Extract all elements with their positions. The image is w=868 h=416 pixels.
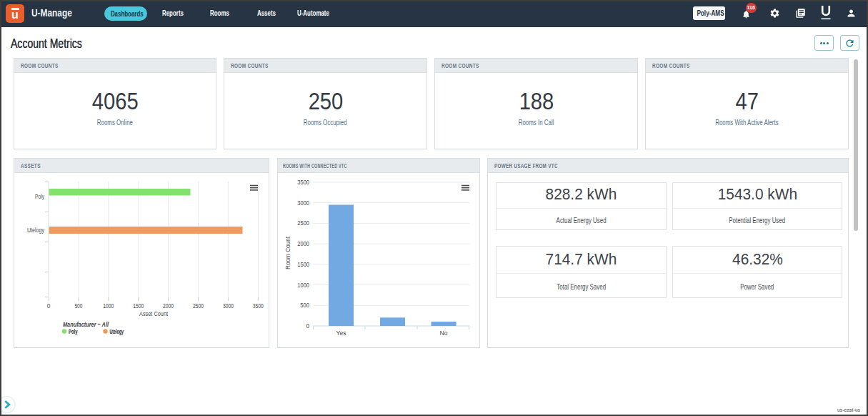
- svg-text:1000: 1000: [297, 282, 309, 289]
- svg-text:3500: 3500: [297, 179, 309, 186]
- svg-text:500: 500: [74, 302, 82, 309]
- svg-text:2500: 2500: [297, 219, 309, 227]
- svg-text:2000: 2000: [297, 240, 309, 247]
- svg-text:2000: 2000: [163, 302, 174, 309]
- svg-text:No: No: [440, 330, 448, 337]
- svg-text:1500: 1500: [133, 302, 144, 309]
- svg-text:0: 0: [47, 302, 51, 309]
- svg-text:500: 500: [300, 302, 309, 309]
- svg-text:Poly: Poly: [69, 328, 78, 335]
- svg-text:Utelogy: Utelogy: [27, 227, 45, 234]
- svg-text:Asset Count: Asset Count: [139, 309, 168, 317]
- svg-text:2500: 2500: [193, 302, 204, 309]
- svg-text:3500: 3500: [253, 302, 264, 309]
- svg-text:3000: 3000: [223, 302, 234, 309]
- svg-text:Room Count: Room Count: [284, 237, 291, 269]
- svg-text:0: 0: [306, 322, 309, 330]
- svg-text:1500: 1500: [297, 261, 309, 268]
- svg-text:1000: 1000: [103, 302, 114, 309]
- svg-text:Manufacturer − All: Manufacturer − All: [63, 320, 109, 328]
- svg-text:Utelogy: Utelogy: [110, 328, 124, 335]
- svg-text:3000: 3000: [297, 199, 309, 207]
- svg-text:Poly: Poly: [35, 193, 45, 200]
- svg-text:Yes: Yes: [336, 330, 346, 337]
